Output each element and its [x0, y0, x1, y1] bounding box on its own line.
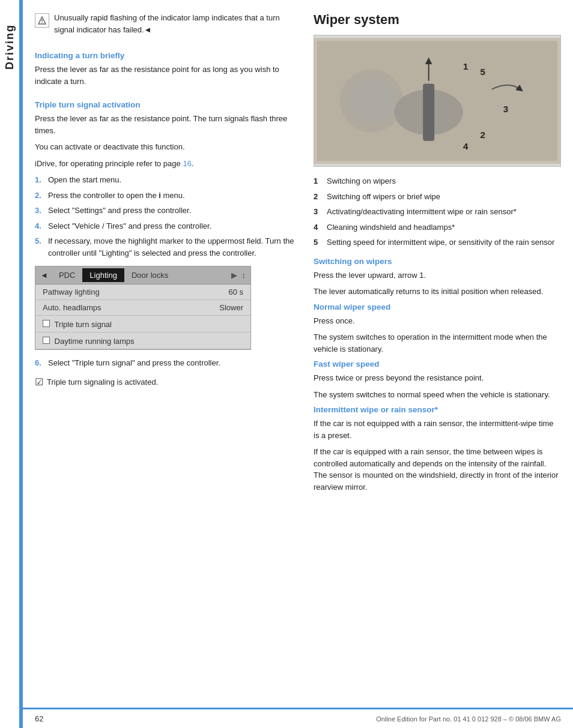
step-num: 2. [35, 190, 43, 202]
wiper-item-num: 3 [314, 206, 322, 218]
step-num: 4. [35, 220, 43, 232]
step-num: 5. [35, 235, 43, 259]
checkmark-icon: ☑ [35, 376, 43, 388]
wiper-item-4: 4 Cleaning windshield and headlamps* [314, 221, 561, 233]
wiper-heading: Wiper system [314, 12, 561, 28]
fast-para2: The system switches to normal speed when… [314, 389, 561, 401]
list-item: 1. Open the start menu. [35, 174, 299, 186]
list-item: 4. Select "Vehicle / Tires" and press th… [35, 220, 299, 232]
section2-para2: You can activate or deactivate this func… [35, 141, 299, 153]
svg-text:2: 2 [481, 130, 485, 140]
step-num: 3. [35, 205, 43, 217]
note-icon [35, 13, 49, 28]
idrive-row-daytime: Daytime running lamps [35, 332, 250, 349]
svg-rect-6 [423, 83, 434, 140]
idrive-tab-pdc[interactable]: PDC [52, 268, 82, 282]
step6-item: 6. Select "Triple turn signal" and press… [35, 357, 299, 369]
idrive-topbar: ◄ PDC Lighting Door locks ▶ ↕ [35, 266, 250, 284]
step-text: Open the start menu. [48, 174, 121, 186]
wiper-item-num: 4 [314, 221, 322, 233]
idrive-row-triple: Triple turn signal [35, 316, 250, 332]
wiper-item-3: 3 Activating/deactivating intermittent w… [314, 206, 561, 218]
switching-para2: The lever automatically returns to its i… [314, 286, 561, 298]
svg-text:4: 4 [463, 141, 468, 151]
checkbox-triple[interactable] [43, 320, 50, 327]
idrive-tab-lighting[interactable]: Lighting [82, 268, 124, 282]
row-value: 60 s [228, 287, 243, 296]
idrive-nav: ▶ ↕ [231, 271, 246, 280]
triangle-icon [38, 16, 46, 25]
wiper-item-5: 5 Setting speed for intermittent wipe, o… [314, 236, 561, 248]
svg-text:5: 5 [481, 67, 486, 77]
row-label: Triple turn signal [43, 319, 112, 329]
wiper-diagram: 1 2 3 4 5 [314, 35, 561, 167]
list-item: 5. If necessary, move the highlight mark… [35, 235, 299, 259]
columns: Unusually rapid flashing of the indicato… [23, 0, 573, 708]
wiper-item-2: 2 Switching off wipers or brief wipe [314, 191, 561, 203]
checkbox-daytime[interactable] [43, 337, 50, 344]
idrive-back: ◄ [40, 271, 48, 280]
footer: 62 Online Edition for Part no. 01 41 0 0… [23, 708, 573, 728]
sidebar: Driving [0, 0, 19, 728]
idrive-row-headlamps: Auto. headlamps Slower [35, 300, 250, 316]
step-text: Select "Settings" and press the controll… [48, 205, 191, 217]
step-num: 1. [35, 174, 43, 186]
wiper-item-text: Setting speed for intermittent wipe, or … [327, 236, 554, 248]
intermittent-para2: If the car is equipped with a rain senso… [314, 446, 561, 493]
idrive-row-pathway: Pathway lighting 60 s [35, 284, 250, 300]
fast-para1: Press twice or press beyond the resistan… [314, 372, 561, 384]
result-row: ☑ Triple turn signaling is activated. [35, 376, 299, 388]
step-text: If necessary, move the highlight marker … [48, 235, 299, 259]
switching-heading: Switching on wipers [314, 257, 561, 266]
section2-heading: Triple turn signal activation [35, 100, 299, 109]
wiper-diagram-svg: 1 2 3 4 5 [314, 35, 560, 166]
steps-list: 1. Open the start menu. 2. Press the con… [35, 174, 299, 259]
row-label: Pathway lighting [43, 287, 100, 296]
idrive-nav-ud-arrow: ↕ [242, 271, 246, 280]
section2-idrive-ref: iDrive, for operating principle refer to… [35, 158, 299, 170]
footer-copyright: Online Edition for Part no. 01 41 0 012 … [376, 715, 561, 723]
idrive-tab-doorlocks[interactable]: Door locks [124, 268, 175, 282]
svg-point-2 [41, 22, 43, 23]
svg-text:1: 1 [463, 61, 468, 71]
section2-para1: Press the lever as far as the resistance… [35, 113, 299, 136]
wiper-item-text: Switching on wipers [327, 175, 396, 187]
wiper-item-num: 5 [314, 236, 322, 248]
list-item: 3. Select "Settings" and press the contr… [35, 205, 299, 217]
row-label: Daytime running lamps [43, 335, 135, 346]
right-column: Wiper system 1 2 [314, 12, 561, 708]
svg-point-13 [348, 78, 394, 124]
wiper-item-num: 2 [314, 191, 322, 203]
idrive-nav-right-arrow: ▶ [231, 271, 237, 280]
step6-container: 6. Select "Triple turn signal" and press… [35, 357, 299, 369]
step-text: Press the controller to open the i menu. [48, 190, 185, 202]
footer-page-num: 62 [35, 714, 43, 723]
intermittent-para1: If the car is not equipped with a rain s… [314, 418, 561, 441]
wiper-item-text: Cleaning windshield and headlamps* [327, 221, 455, 233]
section1-para: Press the lever as far as the resistance… [35, 64, 299, 87]
intermittent-heading: Intermittent wipe or rain sensor* [314, 405, 561, 414]
normal-heading: Normal wiper speed [314, 302, 561, 311]
page-link[interactable]: 16 [183, 159, 191, 168]
step-text: Select "Vehicle / Tires" and press the c… [48, 220, 211, 232]
note-box: Unusually rapid flashing of the indicato… [35, 12, 299, 35]
note-text: Unusually rapid flashing of the indicato… [54, 12, 299, 35]
wiper-item-text: Activating/deactivating intermittent wip… [327, 206, 517, 218]
row-label: Auto. headlamps [43, 303, 102, 312]
switching-para1: Press the lever upward, arrow 1. [314, 269, 561, 281]
step6-num: 6. [35, 357, 43, 369]
main-content: Unusually rapid flashing of the indicato… [23, 0, 573, 728]
result-text: Triple turn signaling is activated. [47, 376, 158, 388]
wiper-item-1: 1 Switching on wipers [314, 175, 561, 187]
wiper-item-text: Switching off wipers or brief wipe [327, 191, 440, 203]
normal-para2: The system switches to operation in the … [314, 331, 561, 355]
wiper-item-num: 1 [314, 175, 322, 187]
step6-text: Select "Triple turn signal" and press th… [48, 357, 220, 369]
svg-text:3: 3 [503, 104, 508, 114]
list-item: 2. Press the controller to open the i me… [35, 190, 299, 202]
page-wrapper: Driving Unusually rapid flashing of the … [0, 0, 573, 728]
fast-heading: Fast wiper speed [314, 359, 561, 369]
wiper-items-list: 1 Switching on wipers 2 Switching off wi… [314, 175, 561, 248]
normal-para1: Press once. [314, 315, 561, 327]
sidebar-label: Driving [4, 24, 16, 70]
